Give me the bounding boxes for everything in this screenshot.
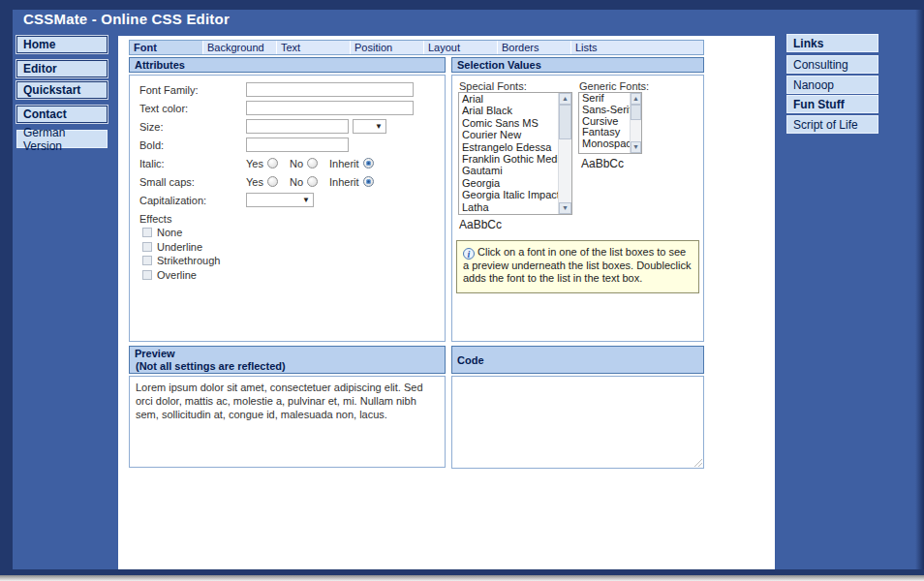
font-family-row: Font Family:: [139, 80, 445, 99]
editor-tab-label: Font: [134, 42, 157, 53]
font-list-item[interactable]: Estrangelo Edessa: [459, 141, 571, 153]
effect-option-row: None: [139, 226, 445, 240]
editor-tab-label: Text: [281, 42, 300, 53]
radio-button[interactable]: [307, 158, 318, 168]
radio-option-label: Yes: [246, 176, 263, 188]
scrollbar-up-icon[interactable]: ▲: [559, 93, 571, 105]
size-unit-select[interactable]: ▼: [353, 119, 386, 134]
font-list-item[interactable]: Comic Sans MS: [459, 117, 571, 129]
scrollbar-thumb[interactable]: [559, 105, 571, 139]
editor-tab-label: Position: [354, 42, 392, 53]
left-nav-item[interactable]: Quickstart: [16, 81, 108, 99]
preview-panel: Lorem ipsum dolor sit amet, consectetuer…: [129, 376, 446, 468]
main-content: Font Background Text Position Layout Bor…: [118, 36, 775, 569]
right-nav-item[interactable]: Nanoop: [786, 76, 878, 94]
radio-button[interactable]: [267, 158, 278, 168]
italic-radio-group: Yes No Inherit: [246, 158, 385, 169]
preview-text: Lorem ipsum dolor sit amet, consectetuer…: [136, 382, 423, 420]
selection-values-panel: Special Fonts: ▲ ▼ Arial Arial Black Com…: [451, 75, 704, 342]
generic-fonts-scrollbar[interactable]: ▲ ▼: [630, 93, 641, 153]
editor-tab[interactable]: Borders: [498, 41, 571, 54]
scrollbar-thumb[interactable]: [631, 105, 641, 120]
right-nav-item[interactable]: Consulting: [786, 55, 878, 74]
checkbox[interactable]: [142, 256, 152, 265]
scrollbar-down-icon[interactable]: ▼: [631, 141, 641, 153]
special-fonts-scrollbar[interactable]: ▲ ▼: [558, 93, 571, 214]
effect-option-label: Overline: [157, 269, 197, 281]
italic-row: Italic: Yes No Inherit: [139, 154, 445, 172]
code-textarea[interactable]: [451, 376, 704, 469]
text-color-row: Text color:: [139, 99, 445, 117]
text-color-input[interactable]: [246, 101, 414, 115]
scrollbar-up-icon[interactable]: ▲: [631, 93, 641, 105]
left-nav-item[interactable]: German Version: [16, 130, 108, 148]
font-list-item[interactable]: Georgia: [459, 177, 571, 189]
radio-option: Inherit: [329, 176, 385, 188]
attributes-section-header: Attributes: [129, 57, 446, 73]
small-caps-row: Small caps: Yes No Inherit: [139, 172, 445, 191]
effect-option-row: Underline: [139, 240, 445, 255]
right-nav-item[interactable]: Script of Life: [786, 115, 878, 134]
effects-checkbox-group: None Underline Strikethrough Overline: [139, 226, 445, 282]
selection-values-header-label: Selection Values: [457, 59, 703, 71]
radio-button[interactable]: [307, 176, 318, 187]
special-fonts-listbox[interactable]: ▲ ▼ Arial Arial Black Comic Sans MS Cour…: [458, 92, 572, 215]
radio-option-label: Yes: [246, 158, 263, 169]
font-list-item[interactable]: Latha: [459, 201, 571, 213]
checkbox[interactable]: [142, 242, 152, 252]
right-nav-item-label: Script of Life: [793, 118, 858, 132]
effect-option-label: None: [157, 227, 182, 238]
editor-tab[interactable]: Text: [277, 41, 351, 54]
bold-input[interactable]: [246, 138, 349, 152]
capitalization-select[interactable]: ▼: [246, 193, 314, 207]
font-list-item[interactable]: Gautami: [459, 165, 571, 176]
editor-tab[interactable]: Background: [203, 41, 277, 54]
info-box: iClick on a font in one of the list boxe…: [456, 240, 699, 293]
editor-tab-strip: Font Background Text Position Layout Bor…: [129, 40, 704, 55]
checkbox[interactable]: [142, 270, 152, 280]
right-nav-item[interactable]: Fun Stuff: [786, 95, 878, 113]
size-input[interactable]: [246, 119, 349, 134]
editor-tab[interactable]: Font: [130, 41, 203, 54]
bold-label: Bold:: [139, 139, 246, 151]
info-text: Click on a font in one of the list boxes…: [463, 246, 691, 284]
checkbox[interactable]: [142, 228, 152, 237]
radio-option: Yes: [246, 158, 290, 169]
capitalization-label: Capitalization:: [139, 195, 246, 206]
radio-option-label: No: [290, 176, 303, 188]
font-list-item[interactable]: Courier New: [459, 129, 571, 140]
editor-tab-label: Background: [207, 42, 264, 53]
preview-section-header: Preview (Not all settings are reflected): [129, 346, 446, 374]
radio-option-label: Inherit: [329, 176, 359, 188]
font-list-item[interactable]: Arial: [459, 93, 571, 105]
right-nav-item[interactable]: Links: [786, 34, 878, 52]
left-nav-item[interactable]: Editor: [16, 60, 108, 77]
left-nav-item[interactable]: Home: [16, 36, 108, 53]
editor-tab[interactable]: Lists: [571, 41, 645, 54]
editor-tab[interactable]: Position: [351, 41, 424, 54]
font-list-item[interactable]: Arial Black: [459, 105, 571, 116]
right-nav-item-label: Nanoop: [793, 78, 834, 92]
right-nav-item-label: Consulting: [793, 58, 848, 72]
radio-button[interactable]: [363, 158, 374, 168]
font-family-input[interactable]: [246, 82, 414, 97]
editor-tab[interactable]: Layout: [424, 41, 498, 54]
radio-button[interactable]: [267, 176, 278, 187]
scrollbar-down-icon[interactable]: ▼: [559, 202, 571, 214]
left-nav-item[interactable]: Contact: [16, 106, 108, 123]
italic-label: Italic:: [139, 158, 246, 169]
page-frame-top: [0, 0, 924, 10]
size-row: Size: ▼: [139, 117, 445, 136]
font-list-item[interactable]: Franklin Gothic Medium: [459, 153, 571, 165]
left-nav-item-label: German Version: [23, 126, 107, 153]
radio-button[interactable]: [363, 176, 374, 187]
special-fonts-label: Special Fonts:: [459, 80, 527, 92]
generic-fonts-listbox[interactable]: ▲ ▼ Serif Sans-Serif Cursive Fantasy Mon…: [578, 92, 642, 154]
radio-option-label: Inherit: [329, 158, 359, 169]
effect-option-row: Strikethrough: [139, 254, 445, 268]
code-header-label: Code: [457, 354, 703, 366]
font-list-item[interactable]: Georgia Italic Impact: [459, 189, 571, 200]
chevron-down-icon: ▼: [375, 123, 383, 131]
page-frame-left: [0, 10, 13, 569]
radio-option: No: [290, 176, 329, 188]
